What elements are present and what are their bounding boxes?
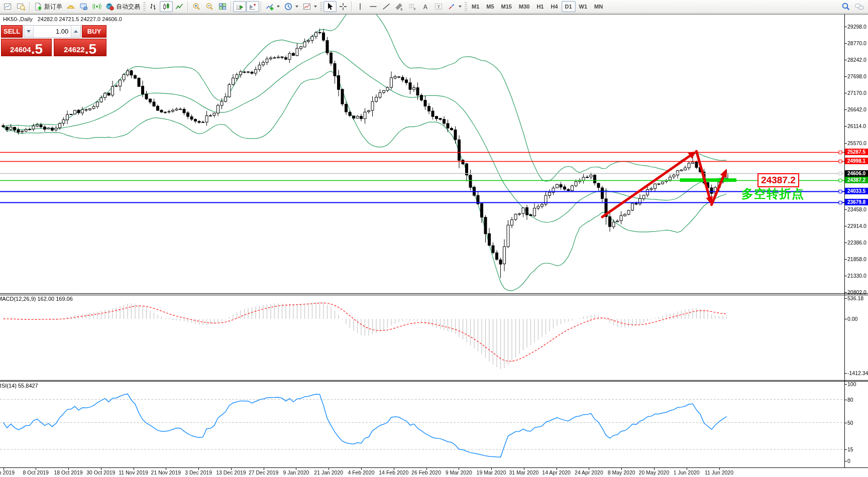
volume-stepper: 1.00: [24, 25, 81, 38]
toolbar-separator: [29, 2, 30, 12]
timeframe-m1-button[interactable]: M1: [468, 1, 483, 12]
symbol-period-label: HK50-,Daily: [3, 16, 33, 22]
candlestick-icon: [162, 2, 171, 11]
search-button[interactable]: [839, 1, 852, 12]
fibonacci-icon: F: [408, 2, 417, 11]
signals-icon: [92, 2, 101, 11]
crosshair-button[interactable]: [337, 1, 350, 12]
signals-button[interactable]: [90, 1, 103, 12]
horizontal-line-icon: [369, 2, 378, 11]
new-order-icon: [34, 2, 43, 11]
autotrade-label: 自动交易: [116, 3, 140, 11]
arrows-icon: [447, 2, 456, 11]
toolbar-gripper: [320, 2, 322, 11]
timeframe-h1-button[interactable]: H1: [533, 1, 547, 12]
text-letter: A: [423, 4, 428, 11]
main-toolbar: 新订单 自动交易: [0, 0, 868, 14]
timeframe-m30-button[interactable]: M30: [515, 1, 533, 12]
trendline-icon: [382, 2, 391, 11]
line-chart-icon: [175, 2, 184, 11]
autotrade-icon: [105, 2, 115, 11]
buy-price-button[interactable]: 24622.5: [54, 39, 106, 56]
profiles-icon: [17, 2, 26, 11]
auto-scroll-button[interactable]: [233, 1, 246, 12]
templates-button[interactable]: [300, 1, 319, 12]
timeframe-mn-button[interactable]: MN: [591, 1, 606, 12]
gold-button[interactable]: [64, 1, 77, 12]
tile-windows-button[interactable]: [216, 1, 229, 12]
new-order-button[interactable]: 新订单: [32, 1, 64, 12]
profiles-button[interactable]: [15, 1, 28, 12]
triangle-down-icon: [27, 30, 31, 33]
chat-icon: [854, 2, 864, 11]
periods-clock-icon: [284, 2, 293, 11]
open-chart-button[interactable]: [2, 1, 15, 12]
fibonacci-button[interactable]: F: [406, 1, 419, 12]
text-icon: A: [421, 2, 430, 11]
text-button[interactable]: A: [419, 1, 432, 12]
search-icon: [841, 2, 850, 11]
toolbar-gripper: [465, 2, 467, 11]
sell-price-int: 24604: [10, 45, 31, 56]
timeframe-d1-button[interactable]: D1: [562, 1, 576, 12]
sell-button[interactable]: SELL: [1, 25, 23, 38]
sell-price-button[interactable]: 24604.5: [1, 39, 52, 56]
indicators-icon: [265, 2, 274, 11]
one-click-trading-panel: SELL 1.00 BUY 24604.5 24622.5: [1, 25, 106, 56]
candlestick-button[interactable]: [160, 1, 173, 12]
bar-chart-icon: [149, 2, 158, 11]
zoom-out-button[interactable]: [203, 1, 216, 12]
bar-chart-button[interactable]: [147, 1, 160, 12]
gold-icon: [66, 2, 75, 11]
volume-decrease-button[interactable]: [24, 26, 34, 37]
timeframe-m5-button[interactable]: M5: [483, 1, 497, 12]
vertical-line-icon: [356, 2, 365, 11]
arrows-button[interactable]: [445, 1, 464, 12]
toolbar-separator: [187, 2, 188, 12]
trendline-button[interactable]: [380, 1, 393, 12]
new-order-label: 新订单: [44, 3, 62, 11]
timeframe-m15-button[interactable]: M15: [498, 1, 515, 12]
autotrade-button[interactable]: 自动交易: [103, 1, 142, 12]
toolbar-separator: [231, 2, 232, 12]
label-letter: T: [438, 5, 441, 10]
cursor-button[interactable]: [323, 1, 337, 12]
periods-button[interactable]: [282, 1, 300, 12]
timeframe-h4-button[interactable]: H4: [547, 1, 561, 12]
toolbar-separator: [351, 2, 352, 12]
rsi-value: 55.8427: [18, 383, 38, 389]
vertical-line-button[interactable]: [354, 1, 367, 12]
buy-button[interactable]: BUY: [82, 25, 106, 38]
text-label-button[interactable]: T: [432, 1, 445, 12]
price-chart-canvas[interactable]: [0, 0, 868, 477]
macd-values: 162.00 169.06: [37, 296, 72, 302]
channel-icon: E: [395, 2, 404, 11]
cursor-icon: [325, 2, 335, 11]
sell-price-frac: .5: [31, 42, 43, 56]
open-chart-icon: [4, 2, 13, 11]
chevron-down-icon: [314, 6, 317, 8]
line-chart-button[interactable]: [173, 1, 186, 12]
toolbar-gripper: [143, 2, 146, 11]
rsi-label: RSI(14) 55.8427: [0, 383, 38, 389]
auto-scroll-icon: [235, 2, 244, 11]
channel-letter: E: [401, 8, 403, 11]
volume-input[interactable]: 1.00: [34, 26, 71, 37]
buy-price-int: 24622: [64, 45, 85, 56]
chevron-down-icon: [459, 6, 462, 8]
zoom-out-icon: [205, 2, 214, 11]
price-annotation-box[interactable]: 24387.2: [757, 173, 799, 187]
volume-increase-button[interactable]: [71, 26, 80, 37]
horizontal-line-button[interactable]: [367, 1, 380, 12]
chart-shift-button[interactable]: [246, 1, 259, 12]
macd-name: MACD(12,26,9): [0, 296, 36, 302]
zoom-in-button[interactable]: [190, 1, 203, 12]
chart-header: HK50-,Daily24282.0 24721.5 24227.0 24606…: [3, 16, 122, 22]
terminal-button[interactable]: [77, 1, 90, 12]
indicators-button[interactable]: [263, 1, 282, 12]
ohlc-values: 24282.0 24721.5 24227.0 24606.0: [38, 16, 122, 22]
channel-button[interactable]: E: [393, 1, 406, 12]
chat-button[interactable]: [852, 1, 866, 12]
timeframe-w1-button[interactable]: W1: [576, 1, 591, 12]
chevron-down-icon: [295, 6, 298, 8]
